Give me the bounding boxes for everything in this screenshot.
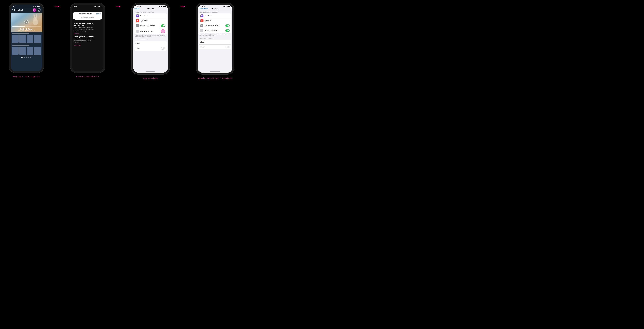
thumb-6[interactable] [19,47,26,55]
dialog-spacer [75,13,75,15]
about-text4: About [200,41,229,43]
play-button[interactable]: ▶ [24,20,28,24]
app-title: DemoCast [14,9,32,11]
step3-notif-row[interactable]: Notifications Off › [134,18,167,23]
step3-nav-bar: ‹ Search DemoCast [133,7,168,11]
row-label-2 [12,45,29,46]
network-toggle-thumb4 [227,30,229,32]
network-toggle4[interactable] [226,29,230,32]
step4-reset-row[interactable]: Reset [199,45,231,49]
step4-status-bar: 11:57 [198,5,232,7]
trouble1-text: Go to Settings on this phone and check t… [74,27,95,32]
row-label-1 [12,33,29,34]
thumb-3[interactable] [27,35,34,43]
notif-label3: Notifications [140,20,165,21]
thumb-2[interactable] [19,35,26,43]
thumb-5[interactable] [12,47,19,55]
network-icon4 [200,29,203,32]
step3-refresh-row[interactable]: Background App Refresh [134,23,167,28]
step4-settings-group: About › Reset [199,40,231,49]
location-icon4 [204,6,205,7]
progress-fill [12,26,25,27]
step3-network-row[interactable]: Local Network Access [134,28,167,34]
step2-label: Devices unavailable [76,76,99,78]
step4-nav-bar: ‹ DemoCast app DemoCast [198,7,232,11]
settings-link[interactable]: Settings [74,33,95,34]
notif-subtitle3: Off [140,21,165,22]
step4-home-indicator [198,71,232,73]
refresh-glyph4 [201,25,203,27]
refresh-toggle3[interactable] [161,24,165,27]
svg-point-8 [34,17,37,21]
thumb-4[interactable] [34,35,41,43]
main-container: 9:41 ≡ DemoCast [3,3,240,128]
thumb-7[interactable] [27,47,34,55]
step2-section: 9:41 No devices available Cancel [70,3,105,78]
siri-icon4 [200,15,203,17]
wifi-icon [35,6,37,7]
siri-chevron4: › [229,15,230,17]
thumb-8[interactable] [34,47,41,55]
learn-more-link[interactable]: Learn more [74,45,95,46]
hamburger-icon[interactable]: ≡ [12,9,13,11]
step3-nav-title: DemoCast [146,8,154,9]
svg-rect-6 [37,6,39,7]
step2-status-bar: 9:41 [72,5,104,8]
step4-time-section: 11:57 [200,6,205,7]
step4-screen: 11:57 ‹ DemoCast app DemoCast [198,5,232,73]
trouble2-text: Make sure your device and the Cast devic… [74,38,95,44]
step1-section: 9:41 ≡ DemoCast [9,3,44,78]
dialog-message: No devices available [79,13,92,15]
dialog-empty-state: No casting devices found [73,16,102,20]
svg-rect-21 [159,7,159,7]
notif-icon4 [200,19,203,22]
user-button[interactable] [37,8,40,12]
cast-button[interactable] [33,8,36,12]
step4-section-allow-label: ALLOW DEMOCAST TO ACCESS [198,11,232,13]
notif-chevron3: › [165,20,165,22]
step4-siri-row[interactable]: Siri & Search › [199,14,231,18]
step3-section-settings-label: DEMOCAST SETTINGS [133,39,168,41]
dot-3 [26,57,27,58]
step3-label: App Settings [143,77,158,79]
dialog-cancel-btn[interactable]: Cancel [96,13,101,15]
signal-icon4 [223,6,225,7]
reset-label4: Reset [200,46,226,48]
svg-point-11 [34,18,35,19]
step3-phone: 11:57 ‹ Search DemoCast [132,3,170,74]
step4-notif-row[interactable]: Notifications Off › [199,18,231,23]
about-chevron4: › [229,42,230,43]
refresh-text3: Background App Refresh [140,25,161,27]
step3-siri-row[interactable]: Siri & Search › [134,14,167,18]
notif-glyph3 [137,20,138,22]
step1-status-icons [33,6,40,7]
step4-back-btn[interactable]: ‹ DemoCast app [199,8,208,9]
cursor-area3 [161,29,165,33]
step4-network-row[interactable]: Local Network Access [199,28,231,33]
step4-refresh-row[interactable]: Background App Refresh [199,23,231,28]
svg-rect-19 [98,6,100,7]
siri-text3: Siri & Search [140,15,165,17]
arrow2 [116,3,120,10]
thumbnails-row-1 [12,35,41,43]
svg-rect-24 [160,6,160,7]
reset-toggle4[interactable] [226,46,230,48]
step3-back-btn[interactable]: ‹ Search [134,8,139,9]
arrow3 [180,3,185,10]
step3-reset-row[interactable]: Reset [134,46,167,51]
svg-point-20 [140,6,140,7]
step4-about-row[interactable]: About › [199,40,231,45]
svg-rect-31 [224,6,224,7]
siri-label3: Siri & Search [140,15,165,17]
user-icon [38,9,40,11]
refresh-toggle4[interactable] [226,24,230,27]
step3-status-icons [159,6,166,7]
thumbnails-row-2 [12,47,41,55]
step3-about-row[interactable]: About › [134,41,167,46]
movie-subtitle: Peach Open Movie Project, 2008 [18,30,34,31]
svg-rect-15 [95,6,95,7]
reset-toggle3[interactable] [161,47,165,50]
thumb-1[interactable] [12,35,19,43]
svg-rect-22 [159,6,159,7]
home-bar3 [146,71,155,72]
